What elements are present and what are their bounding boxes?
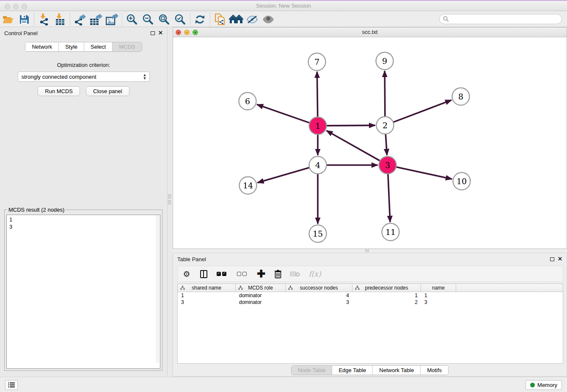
close-panel-button[interactable]: Close panel <box>86 86 129 96</box>
network-zoom-button[interactable]: + <box>193 30 198 35</box>
column-visibility-button[interactable] <box>198 268 209 279</box>
table-cell[interactable]: 1 <box>178 292 236 299</box>
graph-node-2[interactable]: 2 <box>377 117 394 134</box>
select-all-button[interactable] <box>215 268 229 279</box>
table-cell[interactable]: 3 <box>286 299 352 306</box>
graph-node-8[interactable]: 8 <box>452 88 470 105</box>
tab-network-table[interactable]: Network Table <box>372 366 420 375</box>
graph-node-14[interactable]: 14 <box>239 177 257 194</box>
show-all-button[interactable] <box>260 13 276 26</box>
edge-1-7[interactable] <box>317 72 317 118</box>
tab-network[interactable]: Network <box>25 42 58 51</box>
zoom-in-button[interactable] <box>124 13 140 26</box>
refresh-view-button[interactable] <box>192 13 208 26</box>
deselect-all-button[interactable] <box>235 268 250 279</box>
column-header-MCDS-role[interactable]: MCDS role <box>236 284 286 292</box>
splitter-expand-handle[interactable] <box>168 200 171 204</box>
column-header-predecessor-nodes[interactable]: predecessor nodes <box>352 284 421 292</box>
table-cell[interactable]: 1 <box>352 292 421 299</box>
zoom-fit-button[interactable] <box>156 13 172 26</box>
function-builder-button[interactable]: f(x) <box>306 268 323 279</box>
network-close-button[interactable]: × <box>176 30 181 35</box>
copy-network-style-button[interactable] <box>212 13 228 26</box>
graph-node-9[interactable]: 9 <box>376 52 394 70</box>
graph-node-15[interactable]: 15 <box>309 225 327 243</box>
column-header-name[interactable]: name <box>421 284 456 292</box>
toolbar-separator <box>122 13 122 26</box>
zoom-selected-button[interactable] <box>172 13 188 26</box>
search-input[interactable] <box>439 14 562 24</box>
close-panel-icon[interactable]: ✕ <box>158 31 163 35</box>
import-table-button[interactable] <box>52 13 68 26</box>
table-cell[interactable]: dominator <box>236 299 286 306</box>
mcds-result-list[interactable]: 1 3 <box>6 215 160 369</box>
network-minimize-button[interactable]: − <box>184 30 190 35</box>
window-zoom-button[interactable] <box>22 4 27 9</box>
export-image-button[interactable] <box>104 13 120 26</box>
tab-style[interactable]: Style <box>58 42 84 51</box>
window-title: Session: New Session <box>0 1 567 11</box>
graph-node-10[interactable]: 10 <box>453 173 471 190</box>
table-cell[interactable]: 3 <box>421 299 456 306</box>
add-column-button[interactable]: ✚ <box>256 268 267 279</box>
task-history-button[interactable] <box>5 380 18 390</box>
node-table-header: shared nameMCDS rolesuccessor nodesprede… <box>178 284 563 292</box>
memory-button[interactable]: Memory <box>526 380 562 390</box>
graph-node-6[interactable]: 6 <box>239 93 256 110</box>
delete-table-button[interactable] <box>289 268 300 279</box>
edge-2-8[interactable] <box>392 100 451 122</box>
network-table-splitter[interactable] <box>173 249 567 253</box>
float-panel-icon[interactable] <box>151 31 155 35</box>
node-label: 15 <box>313 229 323 238</box>
float-table-panel-icon[interactable] <box>550 257 554 261</box>
splitter-collapse-handle[interactable] <box>168 194 171 199</box>
window-close-button[interactable] <box>5 4 10 9</box>
criterion-select[interactable]: strongly connected component ▲▼ <box>18 72 150 82</box>
edge-4-14[interactable] <box>258 167 311 182</box>
edge-3-11[interactable] <box>388 173 390 222</box>
table-cell[interactable]: 2 <box>352 299 421 306</box>
delete-column-button[interactable] <box>272 268 284 279</box>
tab-select[interactable]: Select <box>84 42 112 51</box>
tab-edge-table[interactable]: Edge Table <box>332 366 372 375</box>
table-cell[interactable]: 1 <box>421 292 456 299</box>
network-window-title: scc.txt <box>173 28 567 37</box>
edge-2-9[interactable] <box>385 71 385 117</box>
table-row[interactable]: 3dominator323 <box>178 299 563 306</box>
splitter-handle[interactable] <box>365 249 369 252</box>
save-session-button[interactable] <box>16 13 32 26</box>
edge-3-1[interactable] <box>326 131 380 161</box>
column-header-shared-name[interactable]: shared name <box>178 284 236 292</box>
graph-node-7[interactable]: 7 <box>308 53 326 71</box>
close-table-panel-icon[interactable]: ✕ <box>558 257 562 261</box>
import-network-button[interactable] <box>36 13 52 26</box>
export-network-button[interactable] <box>72 13 88 26</box>
table-cell[interactable]: 4 <box>286 292 352 299</box>
result-scrollbar[interactable] <box>156 215 160 363</box>
graph-node-4[interactable]: 4 <box>309 157 327 174</box>
edge-1-2[interactable] <box>325 125 375 126</box>
column-header-successor-nodes[interactable]: successor nodes <box>286 284 352 292</box>
graph-node-3[interactable]: 3 <box>379 157 396 174</box>
tab-motifs[interactable]: Motifs <box>420 366 448 375</box>
table-cell[interactable]: 3 <box>178 299 236 306</box>
node-label: 6 <box>245 97 250 106</box>
network-graph[interactable]: 7968124314101511 <box>173 37 567 248</box>
edge-2-3[interactable] <box>385 133 387 155</box>
hide-selected-button[interactable] <box>244 13 260 26</box>
edge-3-10[interactable] <box>395 167 452 179</box>
run-mcds-button[interactable]: Run MCDS <box>38 86 80 96</box>
export-table-button[interactable] <box>88 13 104 26</box>
open-file-button[interactable] <box>0 13 16 26</box>
edge-1-6[interactable] <box>257 105 310 123</box>
zoom-out-button[interactable] <box>140 13 156 26</box>
table-row[interactable]: 1dominator411 <box>178 292 563 299</box>
table-settings-button[interactable]: ⚙ <box>181 268 192 279</box>
tab-mcds[interactable]: MCDS <box>112 42 141 51</box>
graph-node-11[interactable]: 11 <box>382 224 399 241</box>
tab-node-table[interactable]: Node Table <box>292 366 332 375</box>
window-minimize-button[interactable] <box>13 4 19 9</box>
first-neighbors-button[interactable] <box>228 13 244 26</box>
graph-node-1[interactable]: 1 <box>309 117 327 135</box>
table-cell[interactable]: dominator <box>236 292 286 299</box>
